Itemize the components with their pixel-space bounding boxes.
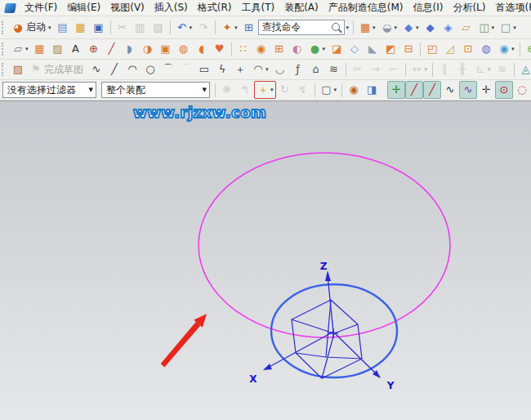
snap-midpoint-button[interactable]: ╱ — [423, 81, 441, 99]
render-style-button[interactable]: ◒▾ — [378, 19, 400, 37]
orient-view-button[interactable]: ◆▾ — [399, 19, 422, 37]
arc-button[interactable]: ◠ — [123, 60, 141, 78]
snap-center-button[interactable]: ⊙ — [495, 81, 513, 99]
sketch-style-button[interactable]: ▨ — [9, 60, 27, 78]
window-layout-button[interactable]: ▦▾ — [356, 19, 378, 37]
toolbar-grip[interactable] — [2, 21, 6, 34]
menu-view[interactable]: 视图(V) — [105, 0, 149, 16]
graphics-window[interactable]: www.rjzxw.com Z X Y — [0, 101, 531, 420]
snap-circle-button[interactable]: ◌ — [513, 81, 531, 99]
new-file-button[interactable]: ▤ — [54, 19, 72, 37]
profile-button[interactable]: ∿ — [87, 60, 105, 78]
datum-axis-button[interactable]: ╱ — [103, 40, 121, 58]
chevron-down-icon[interactable]: ▾ — [511, 46, 515, 52]
pattern-feature-button[interactable]: ∷ — [234, 40, 252, 58]
chevron-down-icon[interactable]: ▾ — [488, 66, 491, 73]
draft-button[interactable]: ◿ — [441, 40, 459, 58]
circle-button[interactable]: ○ — [141, 60, 159, 78]
show-hide-button[interactable]: ▱ — [457, 19, 475, 37]
open-button[interactable]: ▦ — [72, 19, 90, 37]
fit-view-button[interactable]: ◆ — [422, 19, 440, 37]
chevron-down-icon[interactable]: ▾ — [425, 66, 428, 73]
chevron-down-icon[interactable]: ▼ — [88, 87, 94, 93]
chamfer-button[interactable]: ◣ — [364, 40, 382, 58]
menu-pmi[interactable]: 产品制造信息(M) — [324, 0, 408, 16]
toolbar-grip[interactable] — [2, 63, 6, 76]
work-box-button[interactable]: ◨ — [363, 81, 381, 99]
shell-button[interactable]: ◰ — [423, 40, 441, 58]
offset-face-button[interactable]: ⊟ — [399, 40, 417, 58]
chevron-down-icon[interactable]: ▾ — [323, 46, 326, 52]
boolean-button[interactable]: ●▾ — [306, 40, 328, 58]
x-axis[interactable] — [265, 332, 333, 369]
menu-analysis[interactable]: 分析(L) — [448, 0, 490, 16]
filter-plus-button[interactable]: ＋▾ — [254, 81, 276, 99]
chevron-down-icon[interactable]: ▾ — [25, 46, 29, 52]
edge-blend-button[interactable]: ◪ — [328, 40, 346, 58]
command-search-input[interactable] — [262, 22, 331, 34]
menu-insert[interactable]: 插入(S) — [149, 0, 193, 16]
command-finder-button[interactable]: ⊞ — [240, 19, 258, 37]
chevron-down-icon[interactable]: ▾ — [373, 25, 376, 31]
rectangle-button[interactable]: ▭ — [195, 60, 213, 78]
wireframe-view-button[interactable]: ◈ — [440, 19, 457, 37]
point-button[interactable]: ⊕ — [85, 40, 103, 58]
snap-pole-button[interactable]: ∿ — [459, 81, 477, 99]
chevron-down-icon[interactable]: ▾ — [270, 87, 274, 93]
sketch-button[interactable]: ▱▾ — [9, 40, 31, 58]
wcs-circle[interactable] — [271, 284, 397, 378]
chevron-down-icon[interactable]: ▾ — [416, 25, 419, 31]
line-button[interactable]: ╱ — [105, 60, 123, 78]
start-button[interactable]: ◕启动▾ — [9, 19, 54, 37]
lasso-button[interactable]: ▢▾ — [318, 81, 340, 99]
sheet-button[interactable]: ◇ — [346, 40, 364, 58]
sketch-point-button[interactable]: ＋ — [231, 60, 249, 78]
menu-preferences[interactable]: 首选项(P) — [490, 0, 531, 16]
background-button[interactable]: □▾ — [497, 19, 519, 37]
y-axis[interactable] — [333, 332, 379, 377]
unite-button[interactable]: ◉ — [252, 40, 270, 58]
menu-assemblies[interactable]: 装配(A) — [279, 0, 324, 16]
menu-file[interactable]: 文件(F) — [20, 0, 62, 16]
sketch-ellipse-curve[interactable] — [199, 153, 450, 337]
wave-link-button[interactable]: ◉▾ — [495, 40, 517, 58]
snap-on-curve-button[interactable]: ∿ — [441, 81, 459, 99]
emboss-button[interactable]: ♥ — [211, 40, 229, 58]
chevron-down-icon[interactable]: ▾ — [513, 25, 516, 31]
undo-button[interactable]: ↶▾ — [173, 19, 195, 37]
polyline-button[interactable]: ϟ — [213, 60, 231, 78]
move-layer-button[interactable]: ◫▾ — [475, 19, 498, 37]
boss-button[interactable]: ◍ — [175, 40, 193, 58]
wcs-cube[interactable] — [292, 300, 362, 378]
chevron-down-icon[interactable]: ▾ — [190, 25, 193, 31]
studio-spline-button[interactable]: ƒ — [289, 60, 307, 78]
chevron-down-icon[interactable]: ▾ — [266, 66, 269, 73]
display-constraints-button[interactable]: ◬ — [517, 60, 531, 78]
trim-sheet-button[interactable]: ⊡ — [459, 40, 477, 58]
text-button[interactable]: A — [67, 40, 85, 58]
menu-format[interactable]: 格式(R) — [193, 0, 237, 16]
assembly-cut-button[interactable]: ⊕▾ — [523, 40, 531, 58]
snap-point-toggle[interactable]: ✛ — [387, 81, 405, 99]
conic-button[interactable]: ◠▾ — [249, 60, 271, 78]
chevron-down-icon[interactable]: ▾ — [48, 25, 51, 31]
pattern-geometry-button[interactable]: ⊞ — [270, 40, 288, 58]
snap-defining-point-button[interactable]: ✛ — [477, 81, 495, 99]
chevron-down-icon[interactable]: ▾ — [234, 25, 238, 31]
fillet-curve-button[interactable]: ⌒ — [159, 60, 177, 78]
hole-button[interactable]: ▣ — [157, 40, 175, 58]
ellipse-button[interactable]: ◡ — [271, 60, 289, 78]
shaded-analysis-button[interactable]: ◉ — [345, 81, 363, 99]
trim-body-button[interactable]: ◩ — [382, 40, 399, 58]
move-face-button[interactable]: ◍ — [477, 40, 495, 58]
save-button[interactable]: ▣ — [90, 19, 108, 37]
menu-information[interactable]: 信息(I) — [408, 0, 448, 16]
chevron-down-icon[interactable]: ▾ — [492, 25, 495, 31]
search-icon[interactable] — [332, 23, 340, 31]
chevron-down-icon[interactable]: ▼ — [202, 87, 207, 93]
offset-curve-button[interactable]: ≋ — [325, 60, 343, 78]
menu-tools[interactable]: 工具(T) — [236, 0, 279, 16]
wcs-axes[interactable] — [265, 275, 379, 377]
chevron-down-icon[interactable]: ▾ — [395, 25, 398, 31]
chevron-down-icon[interactable]: ▾ — [345, 24, 351, 32]
